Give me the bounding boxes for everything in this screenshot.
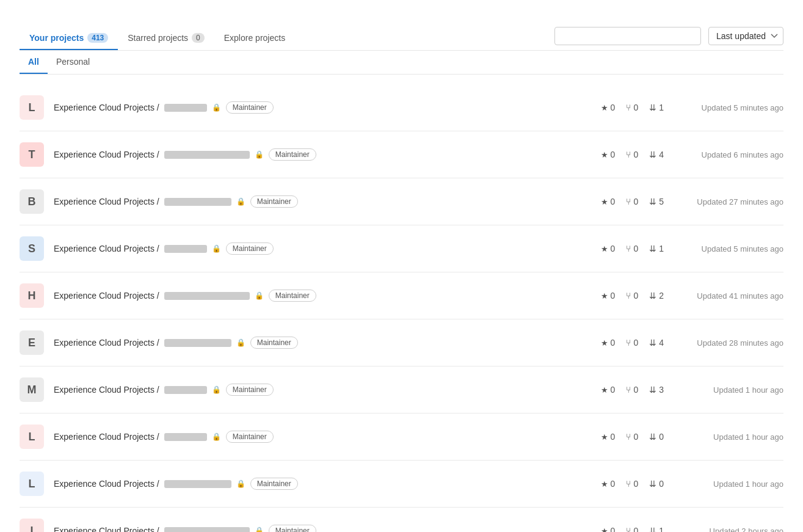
role-badge: Maintainer — [226, 431, 274, 443]
star-stat: ★0 — [601, 103, 616, 112]
tab-your-projects[interactable]: Your projects413 — [20, 27, 118, 50]
project-name-blurred[interactable] — [164, 151, 250, 159]
table-row: TExperience Cloud Projects /🔒Maintainer★… — [20, 131, 783, 178]
mr-stat: ⇊4 — [649, 338, 664, 348]
fork-icon: ⑂ — [626, 479, 631, 489]
avatar: T — [20, 142, 44, 167]
lock-icon: 🔒 — [212, 385, 221, 394]
project-name-blurred[interactable] — [164, 433, 207, 441]
project-path[interactable]: Experience Cloud Projects / — [54, 338, 159, 348]
role-badge: Maintainer — [226, 242, 274, 255]
star-stat: ★0 — [601, 150, 616, 159]
project-path[interactable]: Experience Cloud Projects / — [54, 385, 159, 395]
project-path[interactable]: Experience Cloud Projects / — [54, 150, 159, 159]
mr-stat: ⇊4 — [649, 150, 664, 159]
project-name-blurred[interactable] — [164, 339, 231, 347]
sort-select[interactable]: Last updatedNameCreated date — [708, 27, 783, 45]
lock-icon: 🔒 — [212, 244, 221, 253]
mr-count: 0 — [659, 432, 664, 442]
project-stats: ★0⑂0⇊1 — [554, 244, 664, 253]
star-icon: ★ — [601, 291, 608, 301]
project-name-blurred[interactable] — [164, 480, 231, 488]
project-stats: ★0⑂0⇊5 — [554, 197, 664, 206]
star-count: 0 — [611, 150, 616, 159]
fork-count: 0 — [633, 479, 638, 489]
tab-starred-projects[interactable]: Starred projects0 — [118, 27, 214, 50]
project-updated: Updated 5 minutes ago — [674, 103, 783, 112]
table-row: LExperience Cloud Projects /🔒Maintainer★… — [20, 84, 783, 131]
project-name-blurred[interactable] — [164, 198, 231, 206]
project-stats: ★0⑂0⇊0 — [554, 432, 664, 442]
star-count: 0 — [611, 103, 616, 112]
mr-stat: ⇊0 — [649, 479, 664, 489]
sub-tab-personal[interactable]: Personal — [48, 51, 98, 74]
project-info: Experience Cloud Projects /🔒Maintainer — [54, 384, 544, 396]
mr-icon: ⇊ — [649, 150, 656, 159]
project-info: Experience Cloud Projects /🔒Maintainer — [54, 101, 544, 114]
tab-label-your-projects: Your projects — [29, 33, 84, 43]
star-icon: ★ — [601, 479, 608, 489]
lock-icon: 🔒 — [236, 479, 245, 488]
star-stat: ★0 — [601, 291, 616, 301]
tab-explore-projects[interactable]: Explore projects — [214, 27, 295, 50]
project-name-blurred[interactable] — [164, 245, 207, 253]
project-path[interactable]: Experience Cloud Projects / — [54, 479, 159, 489]
project-updated: Updated 41 minutes ago — [674, 291, 783, 301]
main-tabs-row: Your projects413Starred projects0Explore… — [20, 27, 783, 51]
mr-icon: ⇊ — [649, 291, 656, 301]
table-row: EExperience Cloud Projects /🔒Maintainer★… — [20, 319, 783, 366]
avatar: B — [20, 189, 44, 214]
project-path[interactable]: Experience Cloud Projects / — [54, 244, 159, 253]
avatar: I — [20, 519, 44, 532]
project-path[interactable]: Experience Cloud Projects / — [54, 103, 159, 112]
mr-stat: ⇊1 — [649, 526, 664, 532]
star-stat: ★0 — [601, 432, 616, 442]
mr-count: 3 — [659, 385, 664, 395]
table-row: HExperience Cloud Projects /🔒Maintainer★… — [20, 272, 783, 319]
project-name-blurred[interactable] — [164, 527, 250, 533]
project-info: Experience Cloud Projects /🔒Maintainer — [54, 478, 544, 490]
mr-icon: ⇊ — [649, 197, 656, 206]
mr-icon: ⇊ — [649, 432, 656, 442]
sub-tab-all[interactable]: All — [20, 51, 48, 74]
lock-icon: 🔒 — [212, 103, 221, 112]
project-name-blurred[interactable] — [164, 104, 207, 112]
project-path[interactable]: Experience Cloud Projects / — [54, 197, 159, 206]
project-path[interactable]: Experience Cloud Projects / — [54, 291, 159, 301]
project-name-blurred[interactable] — [164, 386, 207, 394]
lock-icon: 🔒 — [212, 432, 221, 441]
mr-stat: ⇊0 — [649, 432, 664, 442]
role-badge: Maintainer — [226, 101, 274, 114]
mr-count: 4 — [659, 338, 664, 348]
fork-icon: ⑂ — [626, 432, 631, 442]
star-icon: ★ — [601, 197, 608, 206]
avatar: E — [20, 330, 44, 355]
filter-input[interactable] — [554, 27, 701, 45]
mr-count: 5 — [659, 197, 664, 206]
project-stats: ★0⑂0⇊1 — [554, 526, 664, 532]
project-path[interactable]: Experience Cloud Projects / — [54, 526, 159, 532]
role-badge: Maintainer — [269, 148, 316, 161]
fork-stat: ⑂0 — [626, 103, 638, 112]
mr-count: 1 — [659, 103, 664, 112]
table-row: BExperience Cloud Projects /🔒Maintainer★… — [20, 178, 783, 225]
tab-label-explore-projects: Explore projects — [224, 33, 285, 43]
project-stats: ★0⑂0⇊1 — [554, 103, 664, 112]
fork-icon: ⑂ — [626, 150, 631, 159]
sub-tabs: AllPersonal — [20, 51, 783, 75]
lock-icon: 🔒 — [255, 527, 264, 532]
mr-icon: ⇊ — [649, 103, 656, 112]
project-name-blurred[interactable] — [164, 292, 250, 300]
star-icon: ★ — [601, 527, 608, 533]
fork-stat: ⑂0 — [626, 432, 638, 442]
role-badge: Maintainer — [250, 478, 298, 490]
tab-badge-your-projects: 413 — [87, 33, 108, 43]
table-row: MExperience Cloud Projects /🔒Maintainer★… — [20, 366, 783, 414]
fork-count: 0 — [633, 291, 638, 301]
mr-stat: ⇊3 — [649, 385, 664, 395]
mr-count: 1 — [659, 244, 664, 253]
fork-stat: ⑂0 — [626, 291, 638, 301]
project-path[interactable]: Experience Cloud Projects / — [54, 432, 159, 442]
main-tabs: Your projects413Starred projects0Explore… — [20, 27, 295, 50]
avatar: S — [20, 236, 44, 261]
